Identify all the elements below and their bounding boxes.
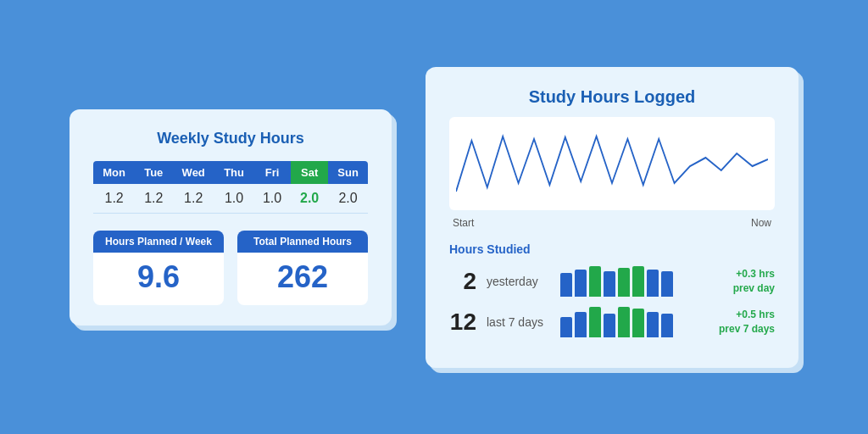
day-value-mon: 1.2 <box>93 184 135 214</box>
weekly-table: MonTueWedThuFriSatSun 1.21.21.21.01.02.0… <box>93 161 368 214</box>
chart-start-label: Start <box>453 217 474 229</box>
day-value-thu: 1.0 <box>214 184 253 214</box>
day-value-sat: 2.0 <box>291 184 328 214</box>
delta-text-1: +0.5 hrs prev 7 days <box>715 308 775 337</box>
bar-chart-1 <box>560 307 705 337</box>
chart-area <box>449 117 775 210</box>
day-header-fri: Fri <box>253 161 291 184</box>
day-header-sat: Sat <box>291 161 328 184</box>
chart-end-label: Now <box>751 217 771 229</box>
total-planned-value: 262 <box>237 253 368 305</box>
hours-per-week-label: Hours Planned / Week <box>93 231 224 253</box>
bar-0-2 <box>589 266 601 297</box>
studied-row-1: 12last 7 days+0.5 hrs prev 7 days <box>449 307 775 337</box>
stat-row: Hours Planned / Week 9.6 Total Planned H… <box>93 231 368 305</box>
studied-period-1: last 7 days <box>487 315 550 329</box>
logged-card-title: Study Hours Logged <box>449 87 775 107</box>
bar-0-5 <box>632 266 644 297</box>
bar-1-7 <box>661 314 673 337</box>
studied-number-0: 2 <box>449 268 476 295</box>
studied-period-0: yesterday <box>487 275 550 288</box>
bar-chart-0 <box>560 266 705 297</box>
bar-0-4 <box>618 268 630 297</box>
day-value-tue: 1.2 <box>135 184 172 214</box>
studied-row-0: 2yesterday+0.3 hrs prev day <box>449 266 775 297</box>
line-chart <box>456 124 768 200</box>
studied-number-1: 12 <box>449 309 476 336</box>
chart-labels: Start Now <box>449 217 775 229</box>
bar-1-1 <box>575 312 587 337</box>
day-value-sun: 2.0 <box>328 184 368 214</box>
day-value-fri: 1.0 <box>253 184 291 214</box>
bar-1-6 <box>647 312 659 337</box>
day-header-thu: Thu <box>214 161 253 184</box>
day-header-sun: Sun <box>328 161 368 184</box>
hours-per-week-value: 9.6 <box>93 253 224 305</box>
bar-0-7 <box>661 271 673 297</box>
day-header-mon: Mon <box>93 161 135 184</box>
bar-1-3 <box>604 314 615 337</box>
day-header-tue: Tue <box>135 161 172 184</box>
bar-0-1 <box>575 270 587 297</box>
study-hours-logged-card: Study Hours Logged Start Now Hours Studi… <box>426 67 798 368</box>
weekly-card-title: Weekly Study Hours <box>93 130 368 147</box>
bar-1-2 <box>589 307 601 337</box>
hours-per-week-box: Hours Planned / Week 9.6 <box>93 231 224 305</box>
bar-1-4 <box>618 307 630 337</box>
total-planned-box: Total Planned Hours 262 <box>237 231 368 305</box>
delta-text-0: +0.3 hrs prev day <box>715 267 775 296</box>
bar-0-0 <box>560 273 572 297</box>
day-header-wed: Wed <box>172 161 214 184</box>
bar-1-0 <box>560 317 572 337</box>
total-planned-label: Total Planned Hours <box>237 231 368 253</box>
dashboard: Weekly Study Hours MonTueWedThuFriSatSun… <box>0 67 868 368</box>
weekly-study-card: Weekly Study Hours MonTueWedThuFriSatSun… <box>70 109 392 326</box>
day-value-wed: 1.2 <box>172 184 214 214</box>
bar-1-5 <box>632 309 644 337</box>
studied-rows: 2yesterday+0.3 hrs prev day12last 7 days… <box>449 266 775 337</box>
bar-0-6 <box>647 270 659 297</box>
bar-0-3 <box>604 271 615 297</box>
hours-studied-title: Hours Studied <box>449 242 775 256</box>
